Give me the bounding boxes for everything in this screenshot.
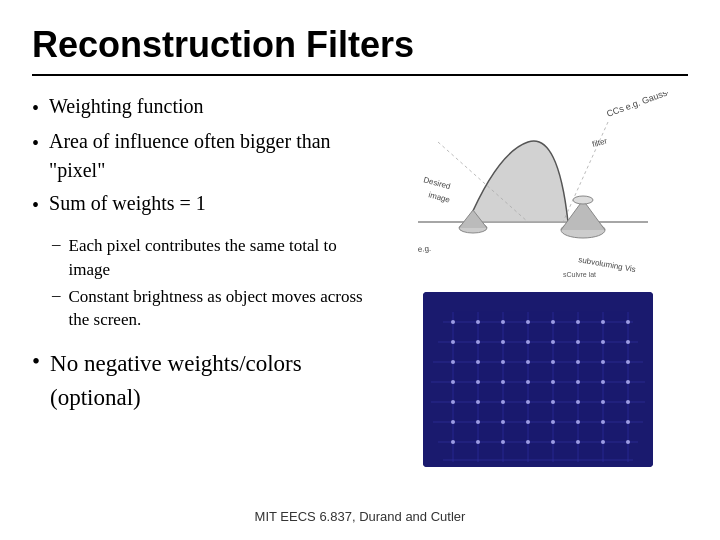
- sub-list: – Each pixel contributes the same total …: [52, 234, 372, 335]
- svg-text:Desired: Desired: [422, 175, 451, 191]
- svg-point-74: [551, 420, 555, 424]
- svg-point-67: [576, 400, 580, 404]
- svg-point-49: [526, 360, 530, 364]
- svg-point-48: [501, 360, 505, 364]
- svg-point-42: [551, 340, 555, 344]
- svg-point-40: [501, 340, 505, 344]
- svg-point-45: [626, 340, 630, 344]
- svg-point-57: [526, 380, 530, 384]
- svg-point-59: [576, 380, 580, 384]
- svg-point-79: [476, 440, 480, 444]
- svg-point-34: [551, 320, 555, 324]
- bullet-text-2: Area of influence often bigger than "pix…: [49, 127, 372, 185]
- svg-point-44: [601, 340, 605, 344]
- bullet-item-1: • Weighting function: [32, 92, 372, 123]
- svg-point-51: [576, 360, 580, 364]
- svg-point-55: [476, 380, 480, 384]
- svg-point-33: [526, 320, 530, 324]
- svg-point-71: [476, 420, 480, 424]
- svg-point-61: [626, 380, 630, 384]
- svg-point-32: [501, 320, 505, 324]
- sub-item-1: – Each pixel contributes the same total …: [52, 234, 372, 282]
- slide-title: Reconstruction Filters: [32, 24, 688, 76]
- svg-point-38: [451, 340, 455, 344]
- bullet-dot-1: •: [32, 94, 39, 123]
- svg-point-82: [551, 440, 555, 444]
- footer: MIT EECS 6.837, Durand and Cutler: [32, 509, 688, 524]
- svg-point-41: [526, 340, 530, 344]
- bullet-item-2: • Area of influence often bigger than "p…: [32, 127, 372, 185]
- svg-point-72: [501, 420, 505, 424]
- diagram-bottom: [423, 292, 653, 467]
- bullet-dot-3: •: [32, 191, 39, 220]
- svg-point-30: [451, 320, 455, 324]
- left-panel: • Weighting function • Area of influence…: [32, 92, 372, 501]
- svg-point-80: [501, 440, 505, 444]
- sub-dash-2: –: [52, 285, 61, 305]
- bullet-text-1: Weighting function: [49, 92, 203, 121]
- svg-point-69: [626, 400, 630, 404]
- bullet-item-3: • Sum of weights = 1: [32, 189, 372, 220]
- svg-text:CCs e.g. Gaussian W: CCs e.g. Gaussian W: [605, 92, 668, 119]
- svg-point-43: [576, 340, 580, 344]
- svg-point-84: [601, 440, 605, 444]
- svg-point-73: [526, 420, 530, 424]
- svg-point-70: [451, 420, 455, 424]
- svg-point-31: [476, 320, 480, 324]
- right-panel: CCs e.g. Gaussian W filter Desired image…: [388, 92, 688, 501]
- svg-rect-13: [423, 292, 653, 467]
- svg-text:e.g.: e.g.: [417, 244, 431, 254]
- svg-point-65: [526, 400, 530, 404]
- svg-point-2: [573, 196, 593, 204]
- grid-diagram-svg: [423, 292, 653, 467]
- slide: Reconstruction Filters • Weighting funct…: [0, 0, 720, 540]
- svg-point-47: [476, 360, 480, 364]
- svg-point-64: [501, 400, 505, 404]
- content-area: • Weighting function • Area of influence…: [32, 92, 688, 501]
- svg-point-36: [601, 320, 605, 324]
- filter-diagram-svg: CCs e.g. Gaussian W filter Desired image…: [408, 92, 668, 282]
- svg-point-66: [551, 400, 555, 404]
- svg-point-35: [576, 320, 580, 324]
- big-bullet-text: No negative weights/colors (optional): [50, 347, 372, 414]
- svg-point-75: [576, 420, 580, 424]
- svg-text:sCulvre lat: sCulvre lat: [563, 271, 596, 278]
- svg-point-76: [601, 420, 605, 424]
- svg-point-77: [626, 420, 630, 424]
- svg-point-53: [626, 360, 630, 364]
- sub-text-1: Each pixel contributes the same total to…: [69, 234, 373, 282]
- bullet-text-3: Sum of weights = 1: [49, 189, 206, 218]
- sub-item-2: – Constant brightness as object moves ac…: [52, 285, 372, 333]
- svg-point-83: [576, 440, 580, 444]
- bullet-list: • Weighting function • Area of influence…: [32, 92, 372, 224]
- svg-point-54: [451, 380, 455, 384]
- svg-point-85: [626, 440, 630, 444]
- svg-point-50: [551, 360, 555, 364]
- svg-text:filter: filter: [591, 136, 608, 149]
- bullet-dot-2: •: [32, 129, 39, 158]
- svg-text:image: image: [427, 190, 451, 204]
- svg-point-63: [476, 400, 480, 404]
- svg-point-46: [451, 360, 455, 364]
- svg-point-60: [601, 380, 605, 384]
- big-bullet-item: • No negative weights/colors (optional): [32, 347, 372, 414]
- svg-point-81: [526, 440, 530, 444]
- svg-point-62: [451, 400, 455, 404]
- svg-point-39: [476, 340, 480, 344]
- diagram-top: CCs e.g. Gaussian W filter Desired image…: [408, 92, 668, 282]
- svg-point-58: [551, 380, 555, 384]
- svg-point-78: [451, 440, 455, 444]
- svg-point-52: [601, 360, 605, 364]
- sub-text-2: Constant brightness as object moves acro…: [69, 285, 373, 333]
- svg-point-37: [626, 320, 630, 324]
- svg-point-56: [501, 380, 505, 384]
- svg-point-68: [601, 400, 605, 404]
- sub-dash-1: –: [52, 234, 61, 254]
- big-bullet-dot: •: [32, 349, 40, 375]
